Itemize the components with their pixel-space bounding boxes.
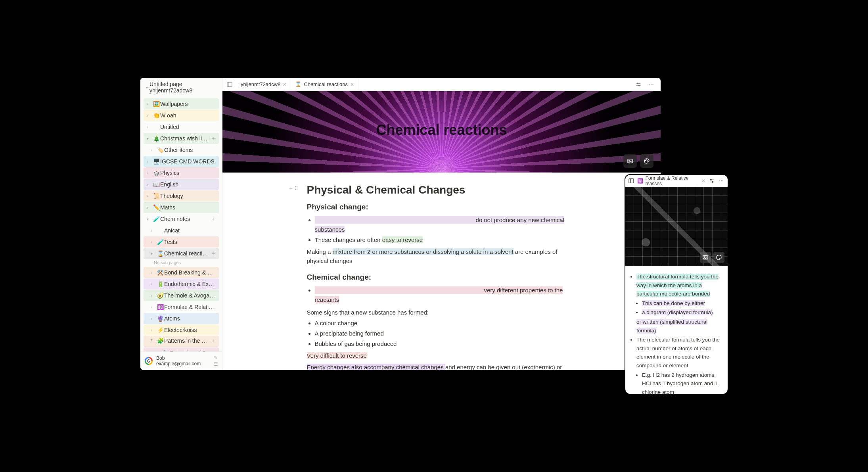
more-icon[interactable]: ⋯ [717, 177, 725, 185]
sidebar-item[interactable]: ▾🧪Chem notes+ [144, 213, 219, 224]
panel-tab-label[interactable]: Formulae & Relative masses [646, 175, 699, 186]
sidebar-item-label: Endothermic & Exothermic [164, 281, 217, 287]
page-icon: 🏷️ [156, 147, 164, 153]
sidebar-item[interactable]: ▾🧩Patterns in the periodic table+ [144, 336, 219, 347]
google-icon [144, 357, 153, 365]
workspace-switcher[interactable]: ▾ Untitled page yhijenmt72adcw8 [143, 79, 220, 96]
panel-tab-icon: ⚛️ [637, 178, 643, 184]
page-icon: ✏️ [152, 204, 160, 211]
chevron-icon[interactable]: › [151, 294, 156, 298]
close-icon[interactable]: ✕ [283, 82, 287, 87]
panel-body: The structural formula tells you the way… [625, 266, 728, 394]
block-handles[interactable]: + ⠿ [289, 185, 298, 192]
sidebar-item[interactable]: ›👏W oah [144, 110, 219, 121]
tab-label: Chemical reactions [304, 81, 348, 87]
tab-label: yhijenmt72adcw8 [241, 81, 280, 87]
tab-bar: yhijenmt72adcw8✕⌛Chemical reactions✕ ⋯ [222, 78, 661, 91]
sidebar-item[interactable]: ›🧪Tests [144, 236, 219, 248]
tab[interactable]: ⌛Chemical reactions✕ [291, 79, 358, 90]
heading-chemical-change: Chemical change: [307, 273, 577, 282]
chevron-icon[interactable]: ▾ [147, 136, 152, 141]
page-icon: 🥑 [156, 292, 164, 299]
sidebar-item[interactable]: ›🖥️IGCSE CMD WORDS [144, 156, 219, 167]
list-item: Chemical changes produce new chemical su… [315, 286, 577, 305]
add-subpage-icon[interactable]: + [210, 250, 217, 257]
add-block-icon[interactable]: + [289, 185, 293, 192]
sidebar-item[interactable]: ▾🎄Christmas wish list 2023+ [144, 133, 219, 144]
add-subpage-icon[interactable]: + [210, 338, 217, 344]
page-icon: ⌛ [156, 250, 164, 257]
sidebar-item[interactable]: ›📜Theology [144, 190, 219, 201]
chevron-icon[interactable]: › [151, 317, 156, 321]
sidebar-item[interactable]: ›⚛️Formulae & Relative masses [144, 301, 219, 313]
chevron-icon[interactable]: ▾ [151, 251, 156, 256]
sidebar-account[interactable]: Bob example@gmail.com ✎ ☰ [140, 351, 222, 370]
sidebar-item[interactable]: ›🏷️Other items [144, 144, 219, 155]
sidebar-item-label: The mole & Avogadro Const… [164, 292, 217, 299]
panel-toggle-icon[interactable] [225, 80, 234, 89]
sidebar-item[interactable]: ›📖English [144, 179, 219, 190]
sidebar-item[interactable]: ›🔮Atoms [144, 313, 219, 324]
page-content: + ⠿ Physical & Chemical Changes Physical… [222, 173, 661, 370]
cover-image-button[interactable] [700, 252, 711, 263]
chevron-icon[interactable]: › [147, 205, 152, 210]
paragraph: Some signs that a new substance has form… [307, 308, 577, 317]
page-icon: ⚛️ [156, 304, 164, 310]
sidebar-item-label: Other items [164, 147, 217, 153]
sidebar-item-label: Tests [164, 239, 217, 245]
sidebar-item-label: Theology [160, 193, 217, 199]
sidebar-item-label: Maths [160, 204, 217, 211]
sidebar-item[interactable]: ›⚒️Bond Breaking & Bond Form… [144, 267, 219, 278]
chevron-icon[interactable]: › [151, 271, 156, 275]
drag-handle-icon[interactable]: ⠿ [294, 185, 298, 192]
svg-point-10 [648, 160, 648, 161]
sidebar-item[interactable]: ›🔋Endothermic & Exothermic [144, 278, 219, 290]
chevron-icon[interactable]: › [151, 305, 156, 309]
cover-image-button[interactable] [623, 154, 637, 168]
sidebar-item[interactable]: ▾⌛Chemical reactions+ [144, 248, 219, 259]
close-icon[interactable]: ✕ [701, 178, 705, 184]
chevron-icon[interactable]: › [147, 125, 152, 129]
sidebar-item[interactable]: ›🔧Extraction of Reactive Metals [144, 347, 219, 351]
cover-palette-button[interactable] [640, 154, 653, 168]
sidebar-item[interactable]: ›🥑The mole & Avogadro Const… [144, 290, 219, 301]
sidebar-item-label: Bond Breaking & Bond Form… [164, 269, 217, 276]
page-icon: 🧪 [152, 216, 160, 222]
chevron-icon[interactable]: ▾ [151, 338, 156, 342]
chevron-icon[interactable]: › [147, 182, 152, 187]
add-subpage-icon[interactable]: + [210, 216, 217, 222]
adjustments-icon[interactable] [634, 80, 643, 89]
panel-toggle-icon[interactable] [628, 177, 635, 185]
sidebar-item-label: Wallpapers [160, 101, 217, 107]
chevron-icon[interactable]: › [151, 240, 156, 244]
chevron-icon[interactable]: › [151, 282, 156, 286]
panel-cover [625, 187, 728, 266]
sidebar-item[interactable]: ›🖼️Wallpapers [144, 98, 219, 109]
chevron-icon[interactable]: › [151, 328, 156, 332]
chevron-icon[interactable]: › [147, 159, 152, 164]
tab[interactable]: yhijenmt72adcw8✕ [237, 79, 291, 90]
sidebar-item[interactable]: ›✏️Maths [144, 202, 219, 213]
chevron-icon[interactable]: › [147, 102, 152, 106]
more-icon[interactable]: ⋯ [646, 80, 656, 89]
cover-palette-button[interactable] [713, 252, 724, 263]
close-icon[interactable]: ✕ [350, 82, 354, 87]
chevron-icon[interactable]: › [151, 148, 156, 152]
chevron-icon[interactable]: ▾ [147, 217, 152, 221]
sidebar-item[interactable]: ›Untitled [144, 121, 219, 132]
chevron-icon[interactable]: › [147, 113, 152, 118]
chevron-icon[interactable]: › [151, 228, 156, 233]
adjustments-icon[interactable] [708, 177, 716, 185]
chevron-icon[interactable]: › [147, 194, 152, 198]
chevron-icon[interactable]: › [147, 171, 152, 175]
sidebar-item[interactable]: ›Anicat [144, 225, 219, 236]
sidebar-item-label: Physics [160, 170, 217, 176]
sidebar-item[interactable]: ›⚡Electocrkoiss [144, 324, 219, 336]
add-subpage-icon[interactable]: + [210, 135, 217, 142]
settings-sliders-icon[interactable]: ☰ [214, 361, 218, 367]
sidebar-item[interactable]: ›🎲Physics [144, 167, 219, 178]
brush-icon[interactable]: ✎ [214, 355, 218, 361]
sidebar-item-label: Untitled [160, 124, 217, 130]
sidebar: ▾ Untitled page yhijenmt72adcw8 ›🖼️Wallp… [140, 78, 222, 370]
page-icon: ⚡ [156, 327, 164, 333]
